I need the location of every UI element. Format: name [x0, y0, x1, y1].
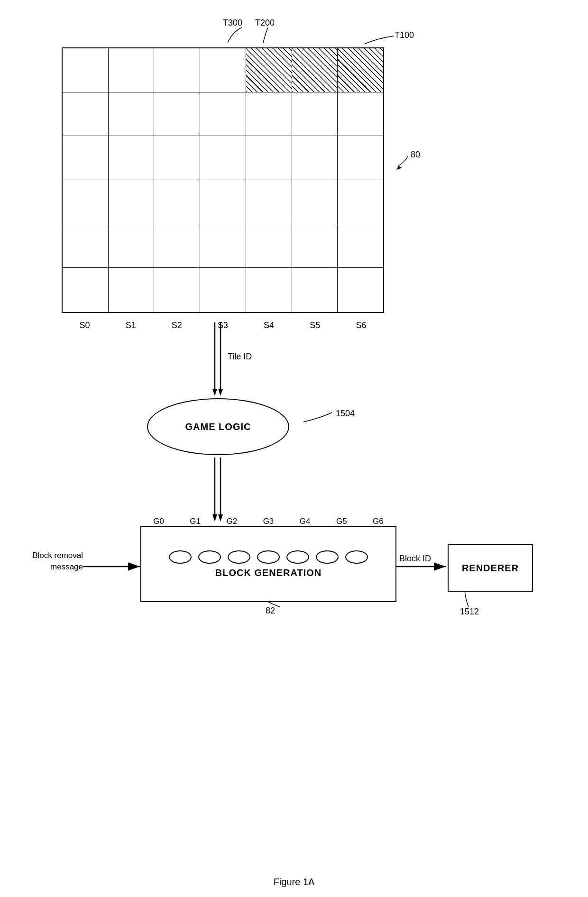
oval-g0	[169, 550, 192, 564]
cell-4-6	[338, 224, 383, 268]
oval-g2	[228, 550, 250, 564]
t300-label: T300	[223, 18, 242, 28]
block-removal-label: Block removalmessage	[9, 550, 83, 573]
cell-5-4	[246, 268, 292, 312]
cell-5-5	[292, 268, 338, 312]
svg-marker-5	[218, 389, 223, 396]
cell-4-2	[154, 224, 200, 268]
oval-g1	[198, 550, 221, 564]
cell-5-2	[154, 268, 200, 312]
cell-4-4	[246, 224, 292, 268]
cell-5-6	[338, 268, 383, 312]
renderer-label: RENDERER	[462, 563, 519, 574]
cell-1-0	[63, 92, 109, 136]
figure-title: Figure 1A	[0, 877, 588, 888]
cell-0-3	[200, 48, 246, 92]
cell-0-4	[246, 48, 292, 92]
col-label-s5: S5	[292, 320, 338, 330]
cell-0-1	[109, 48, 155, 92]
ref-82: 82	[266, 606, 275, 616]
block-generation-box: BLOCK GENERATION	[140, 526, 396, 602]
cell-0-5	[292, 48, 338, 92]
grid	[62, 47, 384, 313]
cell-4-3	[200, 224, 246, 268]
g-label-g1: G1	[190, 517, 201, 526]
oval-g3	[257, 550, 280, 564]
g-label-g6: G6	[373, 517, 384, 526]
col-labels-row: S0 S1 S2 S3 S4 S5 S6	[62, 320, 384, 330]
ovals-row	[169, 550, 368, 564]
col-label-s6: S6	[338, 320, 384, 330]
grid-row-4	[63, 224, 383, 268]
t200-label: T200	[255, 18, 275, 28]
cell-3-6	[338, 180, 383, 224]
col-label-s3: S3	[200, 320, 246, 330]
g-labels-row: G0 G1 G2 G3 G4 G5 G6	[140, 517, 396, 526]
ref-80: 80	[411, 150, 420, 160]
col-label-s4: S4	[246, 320, 292, 330]
cell-4-5	[292, 224, 338, 268]
col-label-s1: S1	[108, 320, 154, 330]
grid-row-1	[63, 92, 383, 137]
cell-3-3	[200, 180, 246, 224]
ref-1504: 1504	[336, 409, 355, 419]
game-logic-ellipse: GAME LOGIC	[147, 398, 289, 455]
cell-1-3	[200, 92, 246, 136]
cell-2-6	[338, 136, 383, 180]
cell-2-4	[246, 136, 292, 180]
cell-1-1	[109, 92, 155, 136]
cell-1-5	[292, 92, 338, 136]
cell-3-2	[154, 180, 200, 224]
cell-5-1	[109, 268, 155, 312]
cell-5-3	[200, 268, 246, 312]
tile-id-label: Tile ID	[228, 352, 252, 362]
cell-0-0	[63, 48, 109, 92]
oval-g4	[286, 550, 309, 564]
block-generation-label: BLOCK GENERATION	[215, 567, 322, 578]
cell-1-6	[338, 92, 383, 136]
g-label-g2: G2	[227, 517, 238, 526]
cell-4-1	[109, 224, 155, 268]
cell-3-5	[292, 180, 338, 224]
cell-2-0	[63, 136, 109, 180]
g-label-g5: G5	[336, 517, 347, 526]
g-label-g4: G4	[300, 517, 311, 526]
svg-marker-12	[396, 166, 402, 170]
cell-2-1	[109, 136, 155, 180]
g-label-g0: G0	[153, 517, 164, 526]
svg-marker-4	[212, 389, 217, 396]
game-logic-label: GAME LOGIC	[185, 421, 251, 432]
block-id-label: Block ID	[399, 554, 431, 564]
t100-label: T100	[395, 30, 414, 40]
renderer-box: RENDERER	[448, 544, 533, 592]
cell-3-4	[246, 180, 292, 224]
cell-5-0	[63, 268, 109, 312]
col-label-s0: S0	[62, 320, 108, 330]
grid-row-5	[63, 268, 383, 312]
cell-3-1	[109, 180, 155, 224]
oval-g5	[316, 550, 339, 564]
cell-0-2	[154, 48, 200, 92]
diagram-container: T300 T200 T100	[0, 0, 588, 897]
cell-0-6	[338, 48, 383, 92]
grid-row-0	[63, 48, 383, 92]
cell-3-0	[63, 180, 109, 224]
g-label-g3: G3	[263, 517, 274, 526]
cell-1-4	[246, 92, 292, 136]
grid-row-2	[63, 136, 383, 180]
cell-4-0	[63, 224, 109, 268]
cell-2-3	[200, 136, 246, 180]
cell-1-2	[154, 92, 200, 136]
col-label-s2: S2	[154, 320, 200, 330]
ref-1512: 1512	[460, 607, 479, 617]
cell-2-5	[292, 136, 338, 180]
oval-g6	[345, 550, 368, 564]
cell-2-2	[154, 136, 200, 180]
grid-row-3	[63, 180, 383, 224]
